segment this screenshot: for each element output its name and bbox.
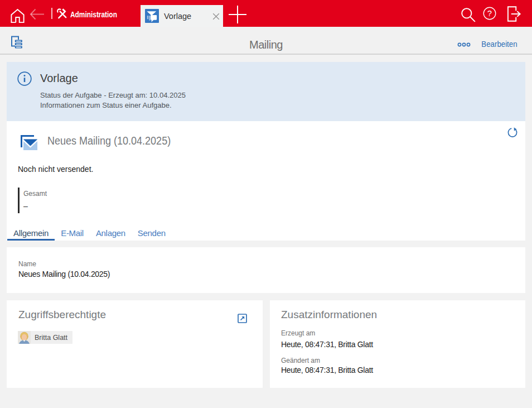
avatar xyxy=(18,331,31,344)
tab-senden[interactable]: Senden xyxy=(132,220,172,241)
record-toolbar: Mailing Bearbeiten xyxy=(0,27,532,55)
search-button[interactable] xyxy=(460,7,476,23)
open-access-button[interactable] xyxy=(238,314,247,323)
administration-tools-icon-wrap xyxy=(56,8,68,20)
banner-info-line: Informationen zum Status einer Aufgabe. xyxy=(40,101,172,109)
back-button[interactable] xyxy=(29,7,45,21)
plus-icon xyxy=(228,5,247,24)
help-button[interactable]: ? xyxy=(483,7,496,20)
info-card-title: Zusatzinformationen xyxy=(281,309,377,321)
info-icon xyxy=(17,71,32,86)
edit-button[interactable]: Bearbeiten xyxy=(482,40,518,48)
stat-value: – xyxy=(23,201,47,210)
home-icon xyxy=(9,7,26,25)
mailing-envelope-icon-wrap xyxy=(20,133,38,150)
additional-info-card: Zusatzinformationen Erzeugt am Heute, 08… xyxy=(270,300,525,388)
help-icon: ? xyxy=(483,7,496,20)
modified-at-value: Heute, 08:47:31, Britta Glatt xyxy=(281,366,373,375)
name-card: Name Neues Mailing (10.04.2025) xyxy=(7,247,525,293)
stat-gesamt: Gesamt – xyxy=(18,188,47,213)
mailing-module-icon xyxy=(145,9,159,23)
home-button[interactable] xyxy=(9,7,26,25)
tab-vorlage[interactable]: Vorlage xyxy=(141,5,223,27)
external-link-icon xyxy=(238,314,247,323)
tab-email[interactable]: E-Mail xyxy=(55,220,90,241)
logout-icon xyxy=(504,6,523,22)
tab-anlagen[interactable]: Anlagen xyxy=(90,220,132,241)
modified-at-label: Geändert am xyxy=(281,357,320,364)
tab-label: Vorlage xyxy=(164,12,191,21)
close-icon xyxy=(212,13,220,20)
back-arrow-icon xyxy=(29,7,45,21)
top-navigation-bar: Administration Vorlage ? xyxy=(0,0,532,27)
topbar-divider xyxy=(51,8,52,19)
access-rights-card: Zugriffsberechtigte Britta Glatt xyxy=(7,300,263,388)
ellipsis-icon xyxy=(457,41,471,48)
page-title: Mailing xyxy=(0,39,532,50)
name-field-value: Neues Mailing (10.04.2025) xyxy=(18,270,110,279)
info-icon-wrap xyxy=(17,71,32,86)
record-title: Neues Mailing (10.04.2025) xyxy=(47,135,171,147)
stat-label: Gesamt xyxy=(23,190,47,198)
new-tab-button[interactable] xyxy=(228,5,247,24)
person-chip-label: Britta Glatt xyxy=(31,334,72,342)
more-options-button[interactable] xyxy=(457,40,471,47)
mailing-envelope-icon xyxy=(20,133,37,150)
svg-text:?: ? xyxy=(487,9,492,18)
name-field-label: Name xyxy=(18,260,36,268)
refresh-icon xyxy=(507,127,518,138)
person-chip-britta-glatt[interactable]: Britta Glatt xyxy=(18,331,72,344)
refresh-button[interactable] xyxy=(507,127,518,138)
logout-button[interactable] xyxy=(504,6,523,22)
record-tab-bar: Allgemein E-Mail Anlagen Senden xyxy=(7,220,172,241)
banner-title: Vorlage xyxy=(40,72,78,85)
record-card: Neues Mailing (10.04.2025) Noch nicht ve… xyxy=(7,121,525,241)
created-at-value: Heute, 08:47:31, Britta Glatt xyxy=(281,340,373,349)
status-banner: Vorlage Status der Aufgabe - Erzeugt am:… xyxy=(7,62,525,121)
tab-close-button[interactable] xyxy=(212,12,220,20)
administration-tools-icon xyxy=(56,8,68,20)
banner-status-line: Status der Aufgabe - Erzeugt am: 10.04.2… xyxy=(40,91,186,99)
access-card-title: Zugriffsberechtigte xyxy=(18,309,106,321)
search-icon xyxy=(460,7,476,23)
record-status-text: Noch nicht versendet. xyxy=(18,165,93,174)
created-at-label: Erzeugt am xyxy=(281,329,315,337)
app-section-label[interactable]: Administration xyxy=(70,0,117,29)
tab-allgemein[interactable]: Allgemein xyxy=(7,220,55,241)
